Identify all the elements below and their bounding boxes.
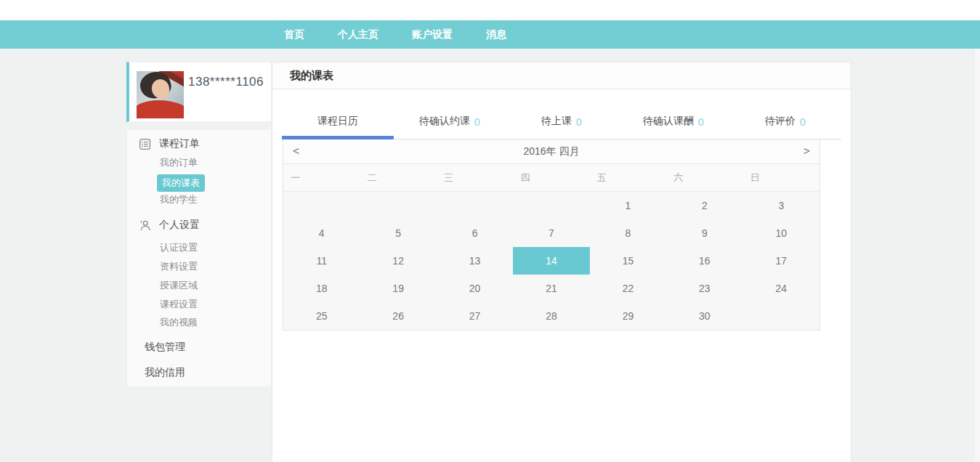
calendar-day[interactable]: 14	[513, 247, 589, 275]
tab-label: 待确认约课	[419, 115, 470, 128]
tab-count-badge: 0	[576, 116, 582, 128]
weekday-label: 四	[487, 171, 563, 185]
scrollbar[interactable]	[975, 49, 980, 462]
calendar-day[interactable]: 2	[666, 192, 742, 219]
calendar-day[interactable]: 18	[283, 275, 360, 302]
calendar-day[interactable]: 27	[437, 302, 513, 330]
tab-pending-booking-confirm[interactable]: 待确认约课 0	[394, 89, 506, 139]
calendar-day[interactable]: 3	[743, 192, 819, 219]
calendar-day[interactable]: 17	[743, 247, 819, 275]
calendar-month-title: 2016年 四月	[523, 145, 579, 158]
calendar-day[interactable]: 25	[283, 302, 360, 330]
sidebar-item-my-students[interactable]: 我的学生	[127, 192, 271, 208]
sidebar-menu: 课程订单 我的订单 我的课表 我的学生 个人设置 认证设置 资料设置 授课区域 …	[126, 129, 272, 387]
calendar: < 2016年 四月 > 一 二 三 四 五 六 日 1234567891011…	[283, 139, 820, 331]
calendar-day[interactable]: 6	[437, 219, 513, 247]
sidebar-item-certification-settings[interactable]: 认证设置	[127, 240, 271, 256]
weekday-label: 五	[564, 171, 640, 185]
tab-count-badge: 0	[474, 116, 480, 128]
tab-count-badge: 0	[698, 116, 704, 128]
tab-pending-class[interactable]: 待上课 0	[506, 89, 617, 139]
calendar-day[interactable]: 1	[590, 192, 666, 219]
tab-bar: 课程日历 待确认约课 0 待上课 0 待确认课酬 0 待评价 0	[282, 89, 841, 139]
weekday-label: 日	[717, 171, 793, 185]
browser-top-strip	[0, 0, 980, 20]
sidebar-section-personal-settings[interactable]: 个人设置	[127, 216, 271, 234]
user-icon	[139, 219, 151, 232]
sidebar-item-profile-settings[interactable]: 资料设置	[127, 259, 271, 275]
profile-card: 138*****1106	[126, 62, 272, 122]
calendar-day[interactable]: 29	[590, 302, 666, 330]
tab-label: 待确认课酬	[643, 115, 694, 128]
weekday-label: 六	[640, 171, 716, 185]
calendar-day[interactable]: 16	[666, 247, 742, 275]
calendar-day[interactable]: 19	[360, 275, 436, 302]
weekday-label: 三	[410, 171, 487, 185]
calendar-day[interactable]: 8	[590, 219, 666, 247]
calendar-day[interactable]: 9	[666, 219, 742, 247]
user-phone-number: 138*****1106	[188, 75, 264, 89]
calendar-day[interactable]: 13	[437, 247, 513, 275]
calendar-grid: 1234567891011121314151617181920212223242…	[283, 192, 819, 330]
nav-item-home[interactable]: 首页	[284, 28, 304, 41]
calendar-day[interactable]: 28	[513, 302, 589, 330]
calendar-day[interactable]: 24	[743, 275, 819, 302]
sidebar-item-teaching-area[interactable]: 授课区域	[127, 277, 271, 293]
calendar-day-empty	[513, 192, 589, 219]
sidebar-item-my-orders[interactable]: 我的订单	[127, 155, 271, 171]
sidebar-item-my-videos[interactable]: 我的视频	[127, 315, 271, 331]
nav-item-profile-home[interactable]: 个人主页	[338, 28, 378, 41]
top-navbar: 首页 个人主页 账户设置 消息	[0, 20, 980, 49]
calendar-day[interactable]: 7	[513, 219, 589, 247]
sidebar-item-wallet-management[interactable]: 钱包管理	[127, 338, 271, 355]
tab-count-badge: 0	[800, 116, 806, 128]
calendar-day-empty	[437, 192, 513, 219]
tab-label: 待评价	[765, 115, 795, 128]
calendar-day[interactable]: 10	[743, 219, 819, 247]
sidebar-item-my-schedule-active[interactable]: 我的课表	[157, 174, 205, 192]
calendar-day[interactable]: 22	[590, 275, 666, 302]
sidebar-item-course-settings[interactable]: 课程设置	[127, 296, 271, 312]
avatar-clothing-shape	[137, 100, 184, 118]
calendar-day-empty	[283, 192, 360, 219]
tab-label: 待上课	[541, 115, 572, 128]
nav-item-account-settings[interactable]: 账户设置	[412, 28, 453, 41]
tab-course-calendar[interactable]: 课程日历	[282, 89, 394, 139]
weekday-label: 二	[333, 171, 410, 185]
calendar-day[interactable]: 12	[360, 247, 436, 275]
calendar-prev-month-button[interactable]: <	[283, 139, 305, 164]
calendar-day[interactable]: 26	[360, 302, 436, 330]
page-title: 我的课表	[272, 62, 851, 89]
user-avatar	[137, 71, 184, 118]
calendar-day[interactable]: 21	[513, 275, 589, 302]
main-panel: 我的课表 课程日历 待确认约课 0 待上课 0 待确认课酬 0 待评价 0 < …	[272, 62, 851, 462]
calendar-day-empty	[743, 302, 819, 330]
sidebar-section-course-orders[interactable]: 课程订单	[127, 136, 271, 152]
calendar-day[interactable]: 11	[283, 247, 360, 275]
calendar-day[interactable]: 15	[590, 247, 666, 275]
weekday-label: 一	[257, 171, 333, 185]
order-list-icon	[139, 138, 151, 150]
tab-pending-pay-confirm[interactable]: 待确认课酬 0	[617, 89, 729, 139]
sidebar-item-my-credit[interactable]: 我的信用	[127, 363, 271, 381]
tab-label: 课程日历	[317, 115, 358, 128]
nav-item-messages[interactable]: 消息	[486, 28, 506, 41]
sidebar-section-label: 课程订单	[159, 137, 200, 150]
calendar-day[interactable]: 5	[360, 219, 436, 247]
calendar-day[interactable]: 4	[283, 219, 360, 247]
calendar-weekday-row: 一 二 三 四 五 六 日	[283, 164, 819, 192]
calendar-header: < 2016年 四月 >	[283, 139, 819, 164]
calendar-next-month-button[interactable]: >	[798, 139, 819, 164]
sidebar-section-label: 个人设置	[159, 219, 200, 232]
calendar-day[interactable]: 23	[666, 275, 742, 302]
calendar-day[interactable]: 20	[437, 275, 513, 302]
calendar-day[interactable]: 30	[666, 302, 742, 330]
tab-pending-review[interactable]: 待评价 0	[729, 89, 841, 139]
calendar-day-empty	[360, 192, 436, 219]
